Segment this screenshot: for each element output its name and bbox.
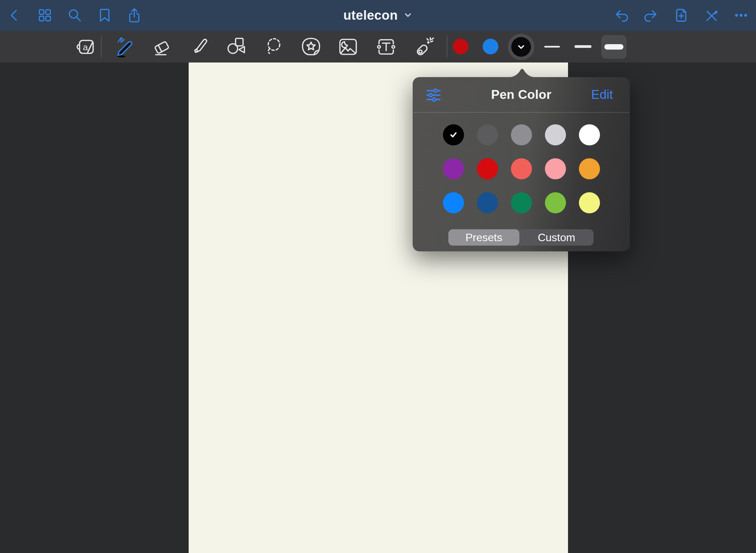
title-chevron-down-icon [403,10,413,21]
stroke-width-medium[interactable] [574,45,591,48]
swatch-purple[interactable] [443,158,464,179]
page-title: utelecon [343,8,398,23]
lasso-icon [263,36,285,58]
toolbar-divider [447,36,447,57]
swatch-dark-gray[interactable] [477,124,498,145]
tab-presets[interactable]: Presets [448,229,519,246]
chevron-down-icon [517,42,526,51]
swatch-blue[interactable] [443,192,464,213]
pen-color-popover: Pen Color Edit Pres [413,77,630,251]
swatch-gray[interactable] [511,124,532,145]
tool-pen[interactable] [111,34,137,59]
popover-divider [413,112,630,113]
swatch-coral[interactable] [511,158,532,179]
tool-highlighter[interactable] [187,34,212,59]
swatch-orange[interactable] [579,158,600,179]
tool-bar: a [0,31,756,63]
edit-colors-button[interactable]: Edit [591,77,613,112]
add-page-button[interactable] [672,6,691,25]
stroke-width-thick-selected[interactable] [601,35,626,59]
swatch-teal[interactable] [511,192,532,213]
more-button[interactable] [732,6,751,25]
tool-eraser[interactable] [149,34,174,59]
swatch-green[interactable] [545,192,566,213]
elements-sticker-icon [300,36,322,58]
toolbar-divider [101,36,102,57]
tab-custom[interactable]: Custom [519,229,594,246]
tool-laser-pointer[interactable] [411,34,436,59]
popover-header: Pen Color Edit [413,77,630,112]
swatch-yellow[interactable] [579,192,600,213]
stylus-mode-icon [703,7,719,23]
image-icon [337,36,359,58]
tool-image[interactable] [336,34,361,59]
swatch-pink[interactable] [545,158,566,179]
redo-icon [643,7,659,23]
quick-color-red[interactable] [453,39,468,54]
laser-pointer-icon [413,36,435,58]
swatch-light-gray[interactable] [545,124,566,145]
text-icon [375,36,397,58]
highlighter-icon [188,36,211,58]
thick-stroke-pill [604,44,623,50]
swatch-red[interactable] [477,158,498,179]
add-page-icon [673,7,689,23]
svg-text:a: a [83,42,88,52]
editing-mode-icon: a [75,36,97,58]
more-icon [733,7,749,23]
undo-button[interactable] [612,6,631,25]
swatch-navy[interactable] [477,192,498,213]
popover-arrow [506,68,538,77]
tool-elements[interactable] [298,34,324,59]
swatch-white[interactable] [579,124,600,145]
stroke-width-thin[interactable] [544,46,560,48]
undo-icon [614,7,629,23]
top-navigation-bar: utelecon [0,0,756,31]
tool-editing-mode[interactable]: a [73,34,99,59]
stylus-mode-button[interactable] [702,6,721,25]
pen-icon [113,36,135,58]
checkmark-icon [448,130,459,140]
tool-shapes[interactable] [223,34,248,59]
shapes-icon [225,36,247,58]
presets-custom-segmented-control: Presets Custom [448,229,594,246]
eraser-icon [150,36,173,58]
swatch-black-selected[interactable] [443,124,464,145]
tool-text[interactable] [374,34,399,59]
tool-lasso[interactable] [261,34,287,59]
redo-button[interactable] [641,6,660,25]
color-swatch-grid [443,124,600,213]
quick-color-blue[interactable] [483,39,498,54]
quick-color-black-selected[interactable] [508,34,534,60]
